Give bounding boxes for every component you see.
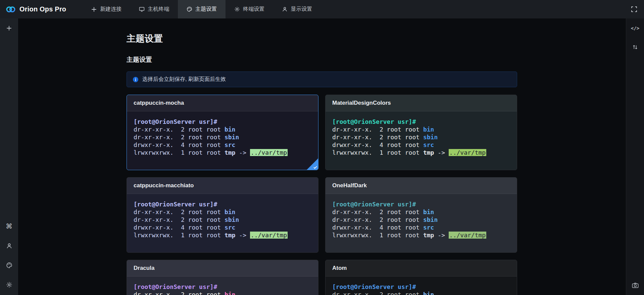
dir-name: sbin bbox=[225, 216, 239, 223]
page-title: 主题设置 bbox=[127, 33, 626, 45]
nav-item-label: 显示设置 bbox=[291, 6, 312, 13]
dir-name: bin bbox=[225, 126, 236, 133]
theme-card-header: Atom bbox=[326, 260, 517, 277]
left-sidebar-bottom: ⌘ bbox=[3, 221, 15, 295]
symlink-target: ../var/tmp bbox=[449, 149, 486, 156]
dir-name: src bbox=[423, 224, 434, 231]
top-navbar: Orion Ops Pro 新建连接主机终端主题设置终端设置显示设置 bbox=[0, 0, 644, 18]
main-nav: 新建连接主机终端主题设置终端设置显示设置 bbox=[82, 0, 321, 18]
dir-name: src bbox=[423, 141, 434, 148]
terminal-line: lrwxrwxrwx. 1 root root tmp -> ../var/tm… bbox=[332, 149, 510, 156]
terminal-preview: [root@OrionServer usr]#dr-xr-xr-x. 2 roo… bbox=[326, 277, 517, 295]
dir-name: sbin bbox=[423, 134, 438, 141]
terminal-line: dr-xr-xr-x. 2 root root bin bbox=[134, 126, 311, 133]
terminal-preview: [root@OrionServer usr]#dr-xr-xr-x. 2 roo… bbox=[127, 194, 318, 252]
nav-item-主机终端[interactable]: 主机终端 bbox=[130, 0, 178, 18]
user-icon[interactable] bbox=[3, 241, 15, 251]
check-icon bbox=[313, 166, 317, 169]
terminal-prompt-line: [root@OrionServer usr]# bbox=[332, 118, 510, 126]
terminal-line: dr-xr-xr-x. 2 root root bin bbox=[134, 291, 311, 295]
main-row: ⌘ 主题设置 主题设置 选择后会立刻保存, 刷新页面后生效 catppuccin… bbox=[0, 18, 644, 295]
terminal-line: dr-xr-xr-x. 2 root root sbin bbox=[332, 216, 510, 224]
nav-item-显示设置[interactable]: 显示设置 bbox=[273, 0, 321, 18]
plus-icon[interactable] bbox=[3, 23, 15, 33]
dir-name: sbin bbox=[225, 134, 239, 141]
theme-name: OneHalfDark bbox=[332, 182, 367, 189]
terminal-preview: [root@OrionServer usr]#dr-xr-xr-x. 2 roo… bbox=[326, 194, 517, 252]
left-sidebar: ⌘ bbox=[0, 18, 18, 295]
terminal-line: drwxr-xr-x. 4 root root src bbox=[332, 141, 510, 149]
info-alert-text: 选择后会立刻保存, 刷新页面后生效 bbox=[142, 76, 226, 83]
terminal-preview: [root@OrionServer usr]#dr-xr-xr-x. 2 roo… bbox=[127, 277, 318, 295]
dir-name: bin bbox=[423, 208, 434, 215]
nav-item-label: 新建连接 bbox=[100, 6, 121, 13]
theme-card-MaterialDesignColors[interactable]: MaterialDesignColors[root@OrionServer us… bbox=[325, 95, 517, 170]
nav-item-label: 终端设置 bbox=[243, 6, 264, 13]
terminal-prompt-line: [root@OrionServer usr]# bbox=[134, 200, 311, 208]
theme-grid: catppuccin-mocha[root@OrionServer usr]#d… bbox=[127, 95, 517, 295]
dir-name: bin bbox=[423, 126, 434, 133]
terminal-line: drwxr-xr-x. 4 root root src bbox=[134, 141, 311, 149]
display-user-icon bbox=[282, 6, 288, 12]
section-title: 主题设置 bbox=[127, 55, 626, 64]
terminal-line: drwxr-xr-x. 4 root root src bbox=[332, 224, 510, 231]
code-icon[interactable]: </> bbox=[630, 23, 641, 33]
app-title: Orion Ops Pro bbox=[19, 5, 66, 13]
terminal-line: drwxr-xr-x. 4 root root src bbox=[134, 224, 311, 231]
terminal-preview: [root@OrionServer usr]#dr-xr-xr-x. 2 roo… bbox=[326, 111, 517, 170]
theme-card-catppuccin-macchiato[interactable]: catppuccin-macchiato[root@OrionServer us… bbox=[127, 177, 318, 253]
app-root: Orion Ops Pro 新建连接主机终端主题设置终端设置显示设置 ⌘ 主题设… bbox=[0, 0, 644, 295]
dir-name: sbin bbox=[423, 216, 438, 223]
dir-name: src bbox=[225, 224, 236, 231]
theme-card-catppuccin-mocha[interactable]: catppuccin-mocha[root@OrionServer usr]#d… bbox=[127, 95, 318, 170]
nav-item-主题设置[interactable]: 主题设置 bbox=[178, 0, 226, 18]
dir-name: bin bbox=[225, 291, 236, 295]
content-area: 主题设置 主题设置 选择后会立刻保存, 刷新页面后生效 catppuccin-m… bbox=[18, 18, 626, 295]
command-icon[interactable]: ⌘ bbox=[3, 221, 15, 231]
theme-icon bbox=[187, 6, 192, 12]
theme-name: Dracula bbox=[134, 265, 154, 272]
palette-icon[interactable] bbox=[3, 260, 15, 270]
theme-name: catppuccin-macchiato bbox=[134, 182, 194, 189]
theme-card-header: OneHalfDark bbox=[326, 178, 517, 194]
info-icon bbox=[133, 77, 139, 83]
plus-icon bbox=[91, 6, 97, 12]
fullscreen-icon[interactable] bbox=[631, 6, 637, 12]
symlink-name: tmp bbox=[423, 149, 434, 156]
dir-name: bin bbox=[423, 291, 434, 295]
terminal-line: lrwxrwxrwx. 1 root root tmp -> ../var/tm… bbox=[134, 231, 311, 239]
terminal-line: lrwxrwxrwx. 1 root root tmp -> ../var/tm… bbox=[134, 149, 311, 156]
theme-name: catppuccin-mocha bbox=[134, 100, 184, 106]
brand: Orion Ops Pro bbox=[0, 5, 73, 14]
symlink-name: tmp bbox=[423, 232, 434, 239]
gear-icon[interactable] bbox=[3, 280, 15, 290]
terminal-prompt-line: [root@OrionServer usr]# bbox=[332, 200, 510, 208]
terminal-monitor-icon bbox=[139, 6, 145, 12]
theme-card-Atom[interactable]: Atom[root@OrionServer usr]#dr-xr-xr-x. 2… bbox=[325, 260, 517, 295]
theme-card-header: catppuccin-macchiato bbox=[127, 178, 318, 194]
sort-arrows-icon[interactable] bbox=[630, 42, 641, 52]
nav-item-label: 主题设置 bbox=[195, 6, 217, 13]
camera-icon[interactable] bbox=[630, 280, 641, 290]
theme-card-OneHalfDark[interactable]: OneHalfDark[root@OrionServer usr]#dr-xr-… bbox=[325, 177, 517, 253]
terminal-line: dr-xr-xr-x. 2 root root bin bbox=[332, 208, 510, 216]
theme-card-Dracula[interactable]: Dracula[root@OrionServer usr]#dr-xr-xr-x… bbox=[127, 260, 318, 295]
theme-card-header: MaterialDesignColors bbox=[326, 95, 517, 111]
theme-name: MaterialDesignColors bbox=[332, 100, 391, 106]
terminal-line: dr-xr-xr-x. 2 root root bin bbox=[134, 208, 311, 216]
theme-name: Atom bbox=[332, 265, 347, 272]
info-alert: 选择后会立刻保存, 刷新页面后生效 bbox=[127, 71, 517, 87]
settings-gear-icon bbox=[234, 6, 240, 12]
terminal-line: dr-xr-xr-x. 2 root root sbin bbox=[134, 216, 311, 224]
symlink-target: ../var/tmp bbox=[250, 149, 288, 156]
terminal-line: dr-xr-xr-x. 2 root root bin bbox=[332, 126, 510, 133]
terminal-prompt-line: [root@OrionServer usr]# bbox=[332, 283, 510, 291]
terminal-preview: [root@OrionServer usr]#dr-xr-xr-x. 2 roo… bbox=[127, 111, 318, 170]
symlink-name: tmp bbox=[225, 232, 236, 239]
nav-item-终端设置[interactable]: 终端设置 bbox=[226, 0, 273, 18]
nav-item-新建连接[interactable]: 新建连接 bbox=[82, 0, 130, 18]
terminal-line: dr-xr-xr-x. 2 root root sbin bbox=[134, 133, 311, 141]
right-sidebar-bottom bbox=[630, 280, 641, 295]
terminal-prompt-line: [root@OrionServer usr]# bbox=[134, 118, 311, 126]
symlink-target: ../var/tmp bbox=[250, 232, 288, 239]
